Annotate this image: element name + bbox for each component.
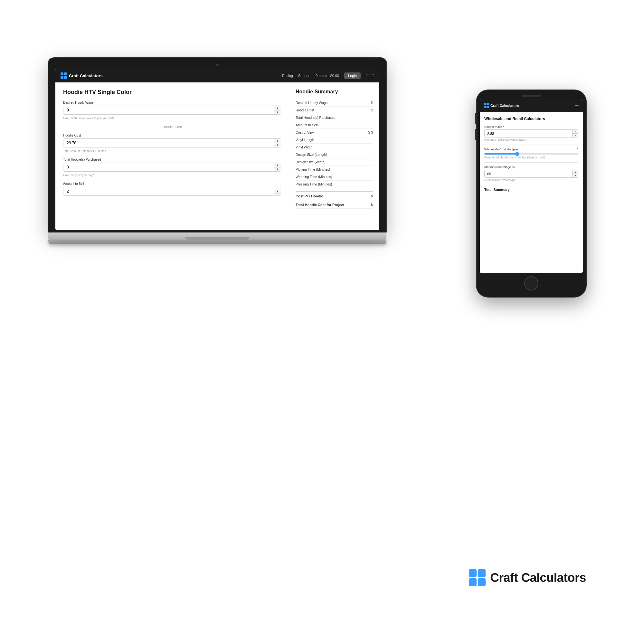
phone-slider-container[interactable] [484,153,578,155]
phone-volume-up [475,113,477,124]
phone-slider[interactable] [484,153,578,155]
summary-row-amount-to-sell: Amount to Sell [296,121,373,129]
phone-field-wholesale-multiplier: Wholesale Cost Multiplier 2 Enter the wh… [484,147,578,159]
amount-to-sell-input-wrapper[interactable]: ▲ [63,187,281,196]
hoodie-cost-up[interactable]: ▲ [274,139,281,143]
hourly-wage-hint: How much do you want to pay yourself? [63,117,115,120]
phone-summary-title: Total Summary [484,188,578,192]
summary-val-hourly-wage: $ [371,101,373,105]
total-hoodies-up[interactable]: ▲ [274,163,281,167]
summary-row-design-size-length: Design Size (Length) [296,151,373,158]
phone-brand-icon-cell [487,103,489,105]
brand-footer-icon-cell [469,578,477,586]
summary-row-hourly-wage: Desired Hourly Wage $ [296,99,373,107]
brand-footer-icon-cell [469,569,477,577]
browser-body: Hoodie HTV Single Color Desired Hourly W… [55,82,379,230]
hamburger-menu-icon[interactable]: ☰ [575,103,579,108]
phone-slider-thumb[interactable] [515,152,519,156]
phone-slider-fill [484,153,517,155]
amount-to-sell-input[interactable] [63,187,274,195]
laptop-bottom [48,240,386,244]
hourly-wage-input-wrapper[interactable]: ▲ ▼ [63,106,281,115]
hoodie-cost-hint: Total Amount Paid for All Hoodies [63,149,106,153]
phone-cost-input-wrapper[interactable]: ▲ ▼ [484,129,578,137]
summary-label-hourly-wage: Desired Hourly Wage [296,101,327,105]
summary-label-vinyl-width: Vinyl Width [296,145,312,149]
hoodie-cost-spinners: ▲ ▼ [274,139,281,147]
phone-markup-input-wrapper[interactable]: ▲ ▼ [484,170,578,178]
login-button[interactable]: Login [344,72,361,79]
summary-panel: Hoodie Summary Desired Hourly Wage $ Hoo… [289,82,379,230]
laptop-body: Craft Calculators Pricing Support 0 item… [48,58,386,244]
browser-navbar: Craft Calculators Pricing Support 0 item… [55,69,379,82]
amount-to-sell-up[interactable]: ▲ [274,189,281,194]
field-label-hoodie-cost: Hoodie Cost [63,134,281,137]
summary-row-plotting-time: Plotting Time (Minutes) [296,166,373,173]
total-hoodies-input-wrapper[interactable]: ▲ ▼ [63,163,281,172]
hoodie-cost-down[interactable]: ▼ [274,143,281,147]
nav-pricing[interactable]: Pricing [282,74,293,78]
amount-to-sell-spinners: ▲ [274,189,281,194]
phone-label-cost-to-make: Cost to make * [484,125,578,128]
phone-cost-hint: How much did it cost you to make? [484,138,578,141]
summary-val-cost-of-vinyl: $ 3 [368,130,373,134]
phone-wholesale-multiplier-value: 2 [576,148,578,152]
calculator-panel: Hoodie HTV Single Color Desired Hourly W… [55,82,289,230]
phone-field-cost-to-make: Cost to make * ▲ ▼ How much did it cost … [484,125,578,141]
summary-label-total-hoodies: Total Hoodie(s) Purchased [296,116,336,119]
calculator-title: Hoodie HTV Single Color [63,89,281,96]
laptop-screen-outer: Craft Calculators Pricing Support 0 item… [48,58,386,232]
phone-brand: Craft Calculators [484,103,519,108]
hourly-wage-down[interactable]: ▼ [274,110,281,114]
summary-val-cost-per-hoodie: $ [371,194,373,198]
phone-markup-down[interactable]: ▼ [573,174,578,177]
summary-label-amount-to-sell: Amount to Sell [296,123,317,127]
phone-markup-up[interactable]: ▲ [573,170,578,174]
hoodie-cost-input[interactable] [63,139,274,147]
brand-icon-cell [64,72,67,75]
phone-brand-icon-cell [484,106,486,108]
phone-cost-up[interactable]: ▲ [573,130,578,134]
phone-side-button [586,116,587,132]
summary-label-design-size-width: Design Size (Width) [296,160,326,164]
brand-icon-cell [61,72,63,75]
summary-label-plotting-time: Plotting Time (Minutes) [296,167,330,171]
hourly-wage-input[interactable] [63,106,274,114]
field-label-amount-to-sell: Amount to Sell [63,182,281,185]
phone-brand-icon [484,103,489,108]
laptop-device: Craft Calculators Pricing Support 0 item… [48,58,386,244]
summary-label-hoodie-cost: Hoodie Cost [296,108,314,112]
summary-title: Hoodie Summary [296,89,373,95]
phone-navbar: Craft Calculators ☰ [480,99,583,112]
summary-total-project: Total Hoodie Cost for Project $ [296,200,373,209]
phone-markup-hint: Retail Markup Percentage [484,178,578,182]
hourly-wage-spinners: ▲ ▼ [274,106,281,114]
summary-row-weeding-time: Weeding Time (Minutes) [296,173,373,181]
brand-icon-cell [64,76,67,79]
phone-divider-3 [484,185,578,185]
phone-markup-input[interactable] [485,170,572,177]
signup-button[interactable] [366,74,374,77]
total-hoodies-hint: How many did you buy? [63,174,94,177]
brand-footer: Craft Calculators [469,569,586,586]
nav-right: Pricing Support 0 items - $0.00 Login [282,72,374,79]
phone-device: Craft Calculators ☰ Wholesale and Retail… [477,90,586,297]
total-hoodies-input[interactable] [63,163,274,171]
nav-cart[interactable]: 0 items - $0.00 [316,74,339,78]
summary-row-total-hoodies: Total Hoodie(s) Purchased [296,114,373,121]
phone-cost-down[interactable]: ▼ [573,134,578,137]
total-hoodies-down[interactable]: ▼ [274,167,281,171]
summary-row-cost-of-vinyl: Cost of Vinyl $ 3 [296,129,373,136]
phone-body: Craft Calculators ☰ Wholesale and Retail… [477,90,586,297]
laptop-base [48,232,386,240]
phone-home-button[interactable] [524,276,538,290]
summary-label-cost-of-vinyl: Cost of Vinyl [296,130,315,134]
phone-cost-spinners: ▲ ▼ [572,130,578,137]
hoodie-cost-input-wrapper[interactable]: ▲ ▼ [63,138,281,147]
field-amount-to-sell: Amount to Sell ▲ [63,182,281,196]
brand-footer-icon-cell [478,569,486,577]
phone-cost-input[interactable] [485,130,572,137]
hourly-wage-up[interactable]: ▲ [274,106,281,110]
nav-support[interactable]: Support [298,74,311,78]
total-hoodies-spinners: ▲ ▼ [274,163,281,171]
